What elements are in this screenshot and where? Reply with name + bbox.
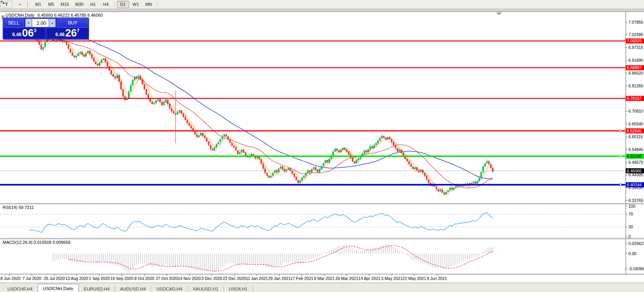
one-click-trading-panel: SELL ▼ 2.00 ▲ BUY 6.46 06 3 6.46 26 7 [3, 17, 89, 40]
volume-increase-button[interactable]: ▲ [49, 19, 56, 27]
separator-rsi-macd[interactable] [0, 238, 644, 238]
candle-body [264, 169, 265, 173]
candle-body [82, 52, 83, 55]
candle-body [74, 56, 75, 57]
date-label: 14 Apr 2021 [358, 276, 380, 281]
chart-tab-xauusd[interactable]: XAUUSD,H1 [188, 285, 223, 292]
collapse-icon[interactable]: ▴ [2, 14, 4, 17]
candle-body [412, 167, 414, 169]
hline-handle-6.40244[interactable] [620, 184, 621, 186]
candle-body [117, 75, 118, 78]
candle-body [407, 159, 408, 161]
candle-body [478, 178, 480, 181]
candle-body [148, 94, 149, 98]
candle-body [418, 170, 419, 172]
candle-body [383, 136, 384, 137]
candle-body [356, 160, 357, 163]
rsi-axis-label: 30 [628, 224, 633, 229]
price-tick-label: 6.91890 [628, 58, 643, 63]
candle-body [214, 147, 215, 150]
candle-body [216, 144, 217, 148]
candle-body [403, 153, 404, 156]
candle-body [443, 193, 445, 195]
candle-body [410, 164, 412, 167]
candle-body [408, 161, 410, 164]
candle-body [105, 58, 106, 62]
candle-body [225, 134, 227, 137]
price-tick-label: 7.07855 [628, 20, 643, 24]
candle-body [424, 173, 425, 176]
candle-body [387, 137, 388, 139]
candle-body [111, 70, 112, 74]
candle-body [290, 168, 291, 171]
candle-body [333, 152, 334, 155]
price-tick-label: 6.81350 [628, 83, 643, 88]
candle-body [302, 178, 303, 181]
candle-body [237, 151, 238, 154]
candle-body [235, 147, 236, 150]
date-label: 17 Feb 2021 [290, 276, 313, 281]
candle-body [262, 164, 264, 169]
chart-tab-eurusd[interactable]: EURUSD,H4 [79, 285, 115, 292]
date-label: 25 Jul 2020 [44, 276, 65, 281]
candle-body [86, 53, 87, 57]
sell-price-display[interactable]: 6.46 06 3 [3, 28, 45, 38]
candle-body [266, 173, 267, 176]
hline-handle-6.52108[interactable] [620, 155, 621, 157]
candle-body [44, 42, 45, 47]
candle-body [337, 149, 338, 150]
candle-body [358, 158, 359, 160]
price-tick-label: 6.60115 [628, 134, 643, 139]
candle-body [280, 167, 281, 169]
chart-tab-audusd[interactable]: AUDUSD,H4 [115, 285, 151, 292]
buy-price-display[interactable]: 6.46 26 7 [47, 28, 88, 38]
level-6.76157-label: 6.76157 [627, 96, 642, 101]
separator-main-rsi[interactable] [0, 203, 644, 203]
candle-body [42, 47, 44, 49]
separator-main-rsi-b [0, 204, 644, 204]
candle-body [157, 99, 159, 101]
candle-body [231, 143, 232, 146]
chart-tab-usoil[interactable]: USOil,H1 [224, 285, 253, 292]
candle-body [70, 49, 71, 52]
candle-body [198, 136, 199, 137]
candle-body [38, 41, 40, 45]
date-label: 13 Aug 2020 [65, 276, 88, 281]
chart-tab-usdchf[interactable]: USDCHF,H4 [2, 285, 38, 292]
rsi-axis-label: 0 [628, 234, 631, 239]
candle-body [78, 54, 79, 56]
candle-body [457, 186, 458, 187]
candle-body [152, 102, 153, 104]
candle-body [202, 133, 203, 136]
candle-body [115, 76, 116, 78]
candle-body [327, 160, 328, 162]
candle-body [455, 186, 456, 188]
level-6.88897-label: 6.88897 [627, 65, 642, 70]
chart-tab-usdcad[interactable]: USDCAD,H4 [151, 285, 187, 292]
chart-symbol-label: USDCNH,Daily [5, 13, 35, 17]
price-tick-label: 7.02585 [628, 32, 643, 37]
candle-body [282, 167, 283, 169]
candle-body [442, 190, 443, 193]
volume-decrease-button[interactable]: ▼ [25, 19, 32, 27]
candle-body [107, 62, 108, 66]
buy-button[interactable]: BUY [57, 18, 88, 28]
candle-body [270, 176, 271, 178]
candle-body [298, 180, 299, 183]
sell-button[interactable]: SELL [3, 18, 24, 28]
candle-body [257, 157, 258, 158]
candle-body [278, 169, 279, 172]
candle-body [171, 108, 172, 111]
hline-handle-6.62646[interactable] [620, 130, 621, 132]
candle-body [397, 148, 398, 151]
price-tick-label: 6.65540 [628, 122, 643, 126]
level-6.62646-label: 6.62646 [627, 129, 642, 133]
candle-body [346, 150, 347, 152]
candle-body [370, 146, 371, 149]
candle-body [342, 148, 344, 150]
chart-tab-usdcnh[interactable]: USDCNH,Daily [38, 284, 79, 292]
candle-body [95, 61, 96, 64]
candle-body [490, 164, 491, 168]
candle-body [165, 100, 166, 103]
volume-input[interactable]: 2.00 [32, 19, 49, 27]
